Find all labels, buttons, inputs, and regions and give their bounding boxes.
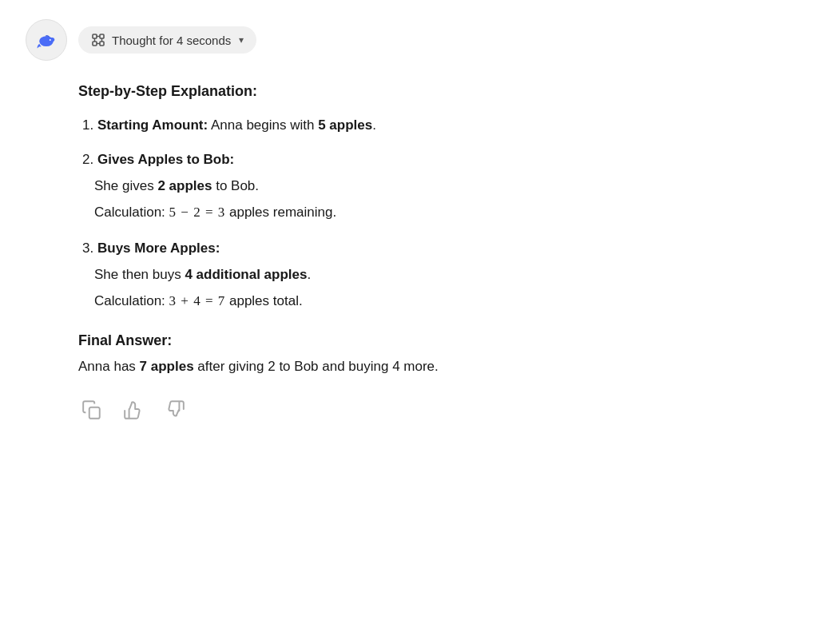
svg-point-3 — [50, 39, 51, 41]
main-content: Step-by-Step Explanation: Starting Amoun… — [26, 83, 792, 423]
step-1-value: 5 apples — [318, 117, 372, 133]
step-1-title: Starting Amount: — [97, 117, 208, 133]
feedback-row — [78, 396, 792, 423]
step-3-title: Buys More Apples: — [97, 241, 220, 256]
header-row: Thought for 4 seconds ▾ — [26, 19, 792, 61]
list-item: Gives Apples to Bob: She gives 2 apples … — [97, 149, 792, 225]
list-item: Buys More Apples: She then buys 4 additi… — [97, 237, 792, 313]
thumbs-down-button[interactable] — [161, 396, 189, 423]
svg-rect-6 — [93, 42, 97, 46]
svg-rect-7 — [100, 42, 104, 46]
final-answer-section: Final Answer: Anna has 7 apples after gi… — [78, 332, 792, 377]
step-2-detail: She gives 2 apples to Bob. Calculation: … — [94, 175, 792, 225]
svg-rect-5 — [100, 34, 104, 38]
chevron-down-icon: ▾ — [239, 34, 244, 46]
svg-rect-12 — [89, 407, 100, 419]
steps-list: Starting Amount: Anna begins with 5 appl… — [78, 114, 792, 313]
final-answer-heading: Final Answer: — [78, 332, 792, 349]
thumbs-up-button[interactable] — [120, 396, 147, 423]
step-2-title: Gives Apples to Bob: — [97, 152, 234, 167]
thought-icon — [91, 33, 105, 47]
list-item: Starting Amount: Anna begins with 5 appl… — [97, 114, 792, 136]
svg-rect-4 — [93, 34, 97, 38]
thought-pill[interactable]: Thought for 4 seconds ▾ — [78, 26, 256, 54]
final-answer-text: Anna has 7 apples after giving 2 to Bob … — [78, 356, 792, 377]
copy-button[interactable] — [78, 396, 105, 423]
thought-label: Thought for 4 seconds — [112, 34, 231, 47]
step-by-step-heading: Step-by-Step Explanation: — [78, 83, 792, 100]
step-3-detail: She then buys 4 additional apples. Calcu… — [94, 264, 792, 313]
avatar — [26, 19, 67, 61]
